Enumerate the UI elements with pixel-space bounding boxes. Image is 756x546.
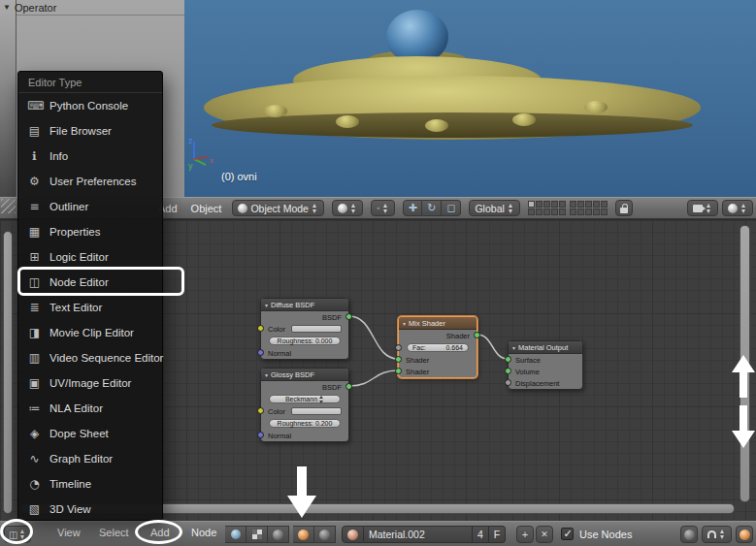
socket-normal-input[interactable] [257, 349, 264, 356]
socket-volume-input[interactable] [505, 368, 511, 374]
fac-slider[interactable]: Fac:0.664 [407, 343, 469, 352]
socket-surface-input[interactable] [505, 356, 511, 363]
layer-toggle[interactable] [528, 209, 535, 215]
menu-item-dope-sheet[interactable]: ◈Dope Sheet [18, 421, 162, 446]
layer-toggle[interactable] [551, 209, 558, 215]
socket-bsdf-output[interactable] [345, 383, 352, 390]
menu-item-logic-editor[interactable]: ⊞Logic Editor [18, 244, 162, 270]
menu-item-info[interactable]: ℹInfo [18, 144, 162, 169]
render-display-dropdown[interactable] [722, 200, 753, 216]
displacement-label: Displacement [515, 379, 559, 388]
updown-arrows-icon [740, 204, 747, 213]
fake-user-button[interactable]: F [489, 526, 506, 543]
layer-toggle[interactable] [559, 209, 566, 215]
use-nodes-checkbox[interactable] [561, 528, 574, 540]
socket-shader-output[interactable] [474, 332, 480, 338]
layer-toggle[interactable] [528, 201, 535, 208]
unlink-material-button[interactable]: ✕ [536, 526, 553, 543]
translate-manipulator-button[interactable]: ✚ [403, 200, 422, 216]
pin-button[interactable] [736, 526, 753, 543]
socket-shader-input-1[interactable] [395, 356, 402, 363]
pivot-dropdown[interactable]: ◦ [371, 200, 396, 216]
menu-item-uv-image-editor[interactable]: ▣UV/Image Editor [18, 370, 162, 396]
scale-manipulator-button[interactable]: ◻ [442, 200, 461, 216]
region-resize-handle[interactable] [1, 199, 16, 213]
menu-item-file-browser[interactable]: ▤File Browser [18, 118, 162, 144]
menu-item-user-preferences[interactable]: ⚙User Preferences [18, 169, 162, 194]
distribution-dropdown[interactable]: Beckmann [269, 395, 341, 403]
socket-color-input[interactable] [257, 325, 264, 332]
left-scrollbar[interactable] [3, 231, 13, 514]
clock-icon: ◔ [27, 477, 42, 491]
node-menu-node[interactable]: Node [188, 527, 219, 538]
layer-toggle[interactable] [585, 209, 592, 215]
layer-toggle[interactable] [601, 209, 608, 215]
node-material-output[interactable]: ▾Material Output Surface Volume Displace… [508, 340, 583, 390]
material-name-field[interactable]: Material.002 [364, 526, 473, 543]
layer-toggle[interactable] [585, 201, 592, 208]
layer-toggle[interactable] [577, 209, 584, 215]
menu-item-nla-editor[interactable]: ≔NLA Editor [18, 396, 162, 421]
snap-dropdown[interactable] [702, 526, 732, 543]
node-glossy-bsdf[interactable]: ▾Glossy BSDF BSDF Beckmann Color Roughne… [260, 368, 349, 442]
layer-toggle[interactable] [577, 201, 584, 208]
socket-fac-input[interactable] [395, 344, 402, 351]
world-shader-button[interactable] [314, 526, 336, 543]
text-icon: ≣ [27, 301, 42, 314]
render-preview-dropdown[interactable] [687, 200, 718, 216]
compositing-nodes-button[interactable] [268, 526, 289, 543]
socket-displacement-input[interactable] [505, 379, 511, 386]
material-browse-button[interactable] [342, 526, 364, 543]
node-menu-view[interactable]: View [54, 527, 83, 538]
node-mix-shader[interactable]: ▾Mix Shader Shader Fac:0.664 Shader Shad… [398, 316, 477, 378]
texture-nodes-button[interactable] [247, 526, 268, 543]
menu-item-text-editor[interactable]: ≣Text Editor [18, 295, 162, 320]
view3d-menu-object[interactable]: Object [188, 203, 225, 214]
layer-toggle[interactable] [536, 209, 542, 215]
menu-item-graph-editor[interactable]: ∿Graph Editor [18, 446, 162, 471]
node-diffuse-bsdf[interactable]: ▾Diffuse BSDF BSDF Color Roughness: 0.00… [260, 298, 349, 360]
lock-button[interactable] [615, 200, 633, 216]
material-users-button[interactable]: 4 [473, 526, 489, 543]
editor-type-button[interactable]: ◫ [4, 526, 31, 543]
layer-toggle[interactable] [593, 201, 600, 208]
rotate-manipulator-button[interactable]: ↻ [422, 200, 442, 216]
color-swatch[interactable] [291, 407, 342, 415]
node-menu-select[interactable]: Select [96, 527, 132, 538]
layer-toggle[interactable] [593, 209, 600, 215]
layer-toggle[interactable] [536, 201, 542, 208]
layer-toggle[interactable] [601, 201, 608, 208]
layer-toggle[interactable] [551, 201, 558, 208]
layer-toggle[interactable] [570, 209, 576, 215]
socket-normal-input[interactable] [257, 432, 264, 438]
operator-panel-header[interactable]: ▼ Operator [3, 0, 56, 15]
menu-item-movie-clip-editor[interactable]: ◨Movie Clip Editor [18, 320, 162, 345]
menu-item-3d-view[interactable]: ▧3D View [18, 497, 162, 522]
menu-item-node-editor[interactable]: ◫Node Editor [18, 270, 162, 295]
socket-color-input[interactable] [257, 407, 264, 414]
layer-toggle[interactable] [570, 201, 576, 208]
layer-toggle[interactable] [543, 201, 550, 208]
menu-item-outliner[interactable]: ≡Outliner [18, 194, 162, 219]
color-swatch[interactable] [291, 325, 342, 333]
orientation-dropdown[interactable]: Global [469, 200, 519, 216]
object-shader-button[interactable] [293, 526, 314, 543]
roughness-slider[interactable]: Roughness: 0.200 [269, 419, 341, 428]
new-material-button[interactable]: + [516, 526, 534, 543]
menu-item-timeline[interactable]: ◔Timeline [18, 471, 162, 497]
vertical-scrollbar[interactable] [740, 225, 750, 502]
menu-item-properties[interactable]: ▦Properties [18, 219, 162, 244]
socket-bsdf-output[interactable] [345, 313, 352, 320]
parent-node-tree-button[interactable] [680, 526, 698, 543]
layer-toggle[interactable] [543, 209, 550, 215]
layer-toggle[interactable] [559, 201, 566, 208]
menu-item-video-sequence-editor[interactable]: ▥Video Sequence Editor [18, 345, 162, 370]
socket-shader-input-2[interactable] [395, 368, 402, 374]
mode-dropdown[interactable]: Object Mode [232, 200, 324, 216]
material-nodes-button[interactable] [225, 526, 247, 543]
node-menu-add[interactable]: Add [148, 527, 173, 538]
ufo-render [204, 6, 708, 151]
roughness-slider[interactable]: Roughness: 0.000 [269, 337, 341, 345]
menu-item-python-console[interactable]: ⌨Python Console [18, 93, 162, 118]
shading-dropdown[interactable] [332, 200, 363, 216]
